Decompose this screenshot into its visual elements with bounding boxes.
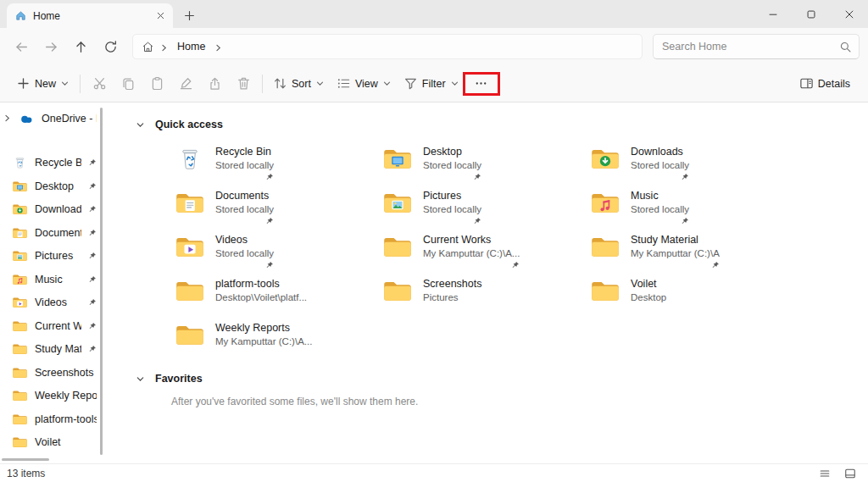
tab-home[interactable]: Home	[7, 3, 173, 28]
copy-button[interactable]	[114, 70, 142, 97]
pin-icon	[511, 261, 520, 269]
quick-access-item-current-works[interactable]: Current WorksMy Kamputtar (C:)\A...	[382, 231, 590, 275]
sidebar-item-label: Desktop	[35, 180, 81, 192]
paste-icon	[150, 76, 164, 91]
sidebar-item-current-worl[interactable]: Current Worl	[0, 314, 103, 338]
pin-icon	[88, 322, 97, 330]
sidebar-item-videos[interactable]: Videos	[0, 291, 103, 315]
quick-access-header[interactable]: Quick access	[103, 116, 868, 133]
new-button[interactable]: New	[10, 70, 75, 97]
quick-access-item-screenshots[interactable]: ScreenshotsPictures	[382, 275, 590, 319]
sidebar-item-label: OneDrive - Pers	[42, 113, 97, 125]
rename-button[interactable]	[171, 70, 200, 97]
details-button[interactable]: Details	[793, 70, 856, 97]
item-location: Stored locally	[215, 159, 274, 171]
sidebar-item-onedrive[interactable]: OneDrive - Pers	[0, 107, 103, 130]
search-box[interactable]	[653, 34, 860, 59]
sidebar-item-documents[interactable]: Documents	[0, 221, 103, 245]
large-icons-toggle-button[interactable]	[843, 467, 858, 480]
sidebar-vertical-scrollbar[interactable]	[100, 108, 103, 455]
status-bar: 13 items	[0, 463, 868, 482]
item-name: Documents	[215, 190, 274, 202]
quick-access-item-platform-tools[interactable]: platform-toolsDesktop\Voilet\platf...	[175, 275, 382, 319]
sort-button[interactable]: Sort	[267, 70, 331, 97]
window-controls	[754, 0, 868, 28]
folder-icon	[12, 413, 28, 426]
quick-access-item-study-material[interactable]: Study MaterialMy Kamputtar (C:)\A	[590, 231, 798, 275]
favorites-header[interactable]: Favorites	[103, 370, 868, 387]
items-count: 13 items	[7, 468, 45, 479]
favorites-section: Favorites After you've favorited some fi…	[103, 370, 868, 407]
refresh-button[interactable]	[96, 34, 125, 60]
sort-button-label: Sort	[292, 78, 311, 90]
delete-button[interactable]	[229, 70, 258, 97]
forward-button[interactable]	[36, 34, 66, 60]
sidebar-item-voilet[interactable]: Voilet	[0, 431, 103, 455]
quick-access-item-desktop[interactable]: DesktopStored locally	[382, 143, 590, 187]
new-tab-button[interactable]	[178, 5, 200, 25]
folder-documents-icon	[175, 190, 205, 216]
quick-access-item-documents[interactable]: DocumentsStored locally	[175, 187, 382, 231]
back-button[interactable]	[7, 34, 36, 60]
sidebar-item-desktop[interactable]: Desktop	[0, 175, 103, 198]
sidebar-item-platform-tools[interactable]: platform-tools	[0, 407, 103, 431]
item-name: Weekly Reports	[215, 322, 312, 335]
breadcrumb[interactable]: Home	[132, 34, 643, 59]
sidebar-horizontal-scrollbar[interactable]	[2, 458, 49, 461]
cut-button[interactable]	[85, 70, 114, 97]
chevron-right-icon[interactable]	[3, 114, 12, 123]
pin-icon	[711, 261, 720, 269]
folder-icon	[590, 278, 620, 304]
quick-access-item-pictures[interactable]: PicturesStored locally	[382, 187, 590, 231]
tab-close-button[interactable]	[153, 8, 168, 24]
maximize-button[interactable]	[792, 0, 830, 28]
chevron-down-icon[interactable]	[136, 374, 145, 384]
sidebar-item-downloads[interactable]: Downloads	[0, 198, 103, 222]
quick-access-item-recycle-bin[interactable]: Recycle BinStored locally	[175, 143, 382, 187]
minimize-button[interactable]	[754, 0, 792, 28]
search-input[interactable]	[662, 41, 839, 53]
toolbar-divider	[80, 75, 81, 93]
item-text: Study MaterialMy Kamputtar (C:)\A	[631, 231, 720, 269]
paste-button[interactable]	[142, 70, 171, 97]
recycle-bin-icon	[175, 146, 205, 172]
quick-access-item-videos[interactable]: VideosStored locally	[175, 231, 382, 275]
up-button[interactable]	[66, 34, 96, 60]
quick-access-item-voilet[interactable]: VoiletDesktop	[590, 275, 798, 319]
folder-icon	[175, 278, 205, 304]
pin-icon	[473, 173, 481, 181]
filter-button[interactable]: Filter	[398, 70, 465, 97]
sidebar-item-label: Current Worl	[35, 320, 81, 332]
item-location: Stored locally	[423, 159, 481, 171]
section-title: Favorites	[155, 373, 203, 385]
item-location: Pictures	[423, 291, 481, 303]
sidebar-item-pictures[interactable]: Pictures	[0, 245, 103, 269]
chevron-down-icon[interactable]	[136, 120, 145, 130]
share-button[interactable]	[200, 70, 229, 97]
share-icon	[208, 76, 222, 91]
item-name: Music	[631, 190, 689, 202]
view-button[interactable]: View	[331, 70, 398, 97]
plus-icon	[16, 76, 31, 91]
item-name: Recycle Bin	[215, 146, 274, 158]
filter-button-label: Filter	[422, 78, 446, 90]
sidebar-item-study-materi[interactable]: Study Materi	[0, 338, 103, 362]
list-view-toggle-button[interactable]	[817, 467, 832, 480]
title-bar: Home	[0, 0, 868, 28]
sidebar-item-music[interactable]: Music	[0, 268, 103, 291]
sidebar-item-recycle-bin[interactable]: Recycle Bin	[0, 152, 103, 175]
breadcrumb-item-home[interactable]: Home	[174, 39, 209, 54]
quick-access-item-weekly-reports[interactable]: Weekly ReportsMy Kamputtar (C:)\A...	[175, 319, 382, 363]
close-window-button[interactable]	[830, 0, 868, 28]
quick-access-item-music[interactable]: MusicStored locally	[590, 187, 798, 231]
item-location: Stored locally	[215, 203, 274, 215]
more-button[interactable]	[470, 74, 492, 94]
quick-access-item-downloads[interactable]: DownloadsStored locally	[590, 143, 798, 187]
sidebar-item-screenshots[interactable]: Screenshots	[0, 361, 103, 385]
command-toolbar: New	[0, 65, 868, 102]
pin-icon	[473, 217, 481, 225]
home-icon	[15, 10, 26, 21]
sidebar-item-weekly-reports[interactable]: Weekly Reports	[0, 385, 103, 408]
sidebar-item-label: Screenshots	[35, 367, 97, 379]
minimize-icon	[767, 8, 779, 20]
